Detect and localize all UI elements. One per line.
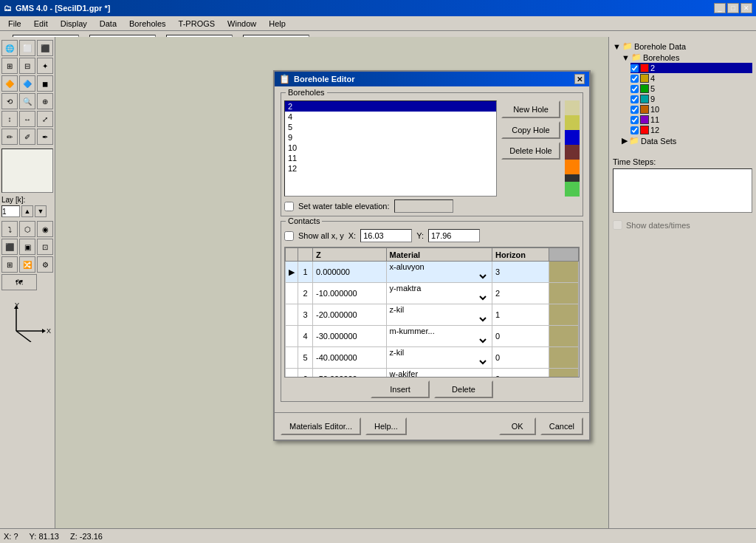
y-coord-input[interactable] [428, 229, 480, 242]
new-hole-button[interactable]: New Hole [501, 100, 560, 118]
row-material-5[interactable]: z-kil [386, 347, 492, 369]
tool-btn-26[interactable]: 🔀 [19, 256, 35, 273]
table-row[interactable]: ▶ 1 0.000000 x-aluvyon 3 [286, 262, 579, 283]
tool-btn-16[interactable]: ✏ [1, 129, 18, 145]
row-material-1[interactable]: x-aluvyon [386, 262, 492, 283]
tree-borehole-11[interactable]: 11 [630, 115, 752, 125]
tool-btn-23[interactable]: ▣ [19, 239, 35, 255]
borehole-item-12[interactable]: 12 [285, 163, 496, 174]
menu-display[interactable]: Display [56, 18, 92, 29]
materials-editor-button[interactable]: Materials Editor... [281, 417, 361, 435]
cancel-button[interactable]: Cancel [540, 417, 583, 435]
table-row[interactable]: 6 -50.000000 w-akifer 0 [286, 369, 579, 378]
tool-btn-3[interactable]: ⬛ [37, 40, 53, 56]
tree-borehole-4[interactable]: 4 [630, 73, 752, 83]
tool-btn-12[interactable]: ⊕ [37, 93, 53, 109]
help-button[interactable]: Help... [365, 417, 407, 435]
tool-btn-27[interactable]: ⚙ [37, 256, 53, 273]
lay-up-btn[interactable]: ▲ [21, 205, 33, 217]
borehole-11-checkbox[interactable] [630, 116, 639, 124]
tool-btn-2[interactable]: ⬜ [19, 40, 35, 56]
delete-hole-button[interactable]: Delete Hole [501, 142, 560, 160]
borehole-item-5[interactable]: 5 [285, 122, 496, 132]
tool-btn-20[interactable]: ⬡ [19, 221, 35, 237]
row-horizon-2[interactable]: 2 [492, 283, 549, 304]
row-z-5[interactable]: -40.000000 [313, 347, 387, 369]
tree-boreholes[interactable]: ▼ 📁 Boreholes [622, 52, 752, 63]
tool-btn-22[interactable]: ⬛ [1, 239, 18, 255]
tool-btn-14[interactable]: ↔ [19, 111, 35, 127]
table-row[interactable]: 3 -20.000000 z-kil 1 [286, 304, 579, 326]
row-horizon-4[interactable]: 0 [492, 326, 549, 347]
tree-borehole-10[interactable]: 10 [630, 104, 752, 115]
menu-help[interactable]: Help [264, 18, 290, 29]
borehole-item-2[interactable]: 2 [285, 101, 496, 112]
water-table-checkbox[interactable] [284, 202, 294, 211]
ok-button[interactable]: OK [499, 417, 536, 435]
tree-data-sets[interactable]: ▶ 📁 Data Sets [622, 135, 752, 146]
tool-btn-15[interactable]: ⤢ [37, 111, 53, 127]
lay-input[interactable] [1, 205, 20, 217]
tree-borehole-9[interactable]: 9 [630, 94, 752, 104]
material-select-4[interactable] [390, 335, 489, 346]
tree-borehole-12[interactable]: 12 [630, 125, 752, 135]
minimize-button[interactable]: _ [714, 3, 726, 13]
menu-tprogs[interactable]: T-PROGS [174, 18, 220, 29]
lay-down-btn[interactable]: ▼ [35, 205, 47, 217]
row-z-2[interactable]: -10.000000 [313, 283, 387, 304]
row-horizon-6[interactable]: 0 [492, 369, 549, 378]
row-z-4[interactable]: -30.000000 [313, 326, 387, 347]
menu-window[interactable]: Window [223, 18, 261, 29]
material-select-5[interactable] [390, 357, 489, 367]
insert-button[interactable]: Insert [371, 380, 430, 398]
borehole-item-10[interactable]: 10 [285, 143, 496, 153]
tool-btn-4[interactable]: ⊞ [1, 58, 18, 74]
tool-btn-17[interactable]: ✐ [19, 129, 35, 145]
title-bar-buttons[interactable]: _ □ ✕ [714, 3, 752, 13]
tool-btn-28[interactable]: 🗺 [1, 274, 37, 290]
dialog-close-button[interactable]: ✕ [574, 74, 585, 84]
borehole-item-4[interactable]: 4 [285, 112, 496, 122]
table-row[interactable]: 5 -40.000000 z-kil 0 [286, 347, 579, 369]
tool-btn-13[interactable]: ↕ [1, 111, 18, 127]
borehole-item-11[interactable]: 11 [285, 153, 496, 163]
tool-btn-6[interactable]: ✦ [37, 58, 53, 74]
tool-btn-24[interactable]: ⊡ [37, 239, 53, 255]
row-horizon-5[interactable]: 0 [492, 347, 549, 369]
row-z-3[interactable]: -20.000000 [313, 304, 387, 326]
borehole-item-9[interactable]: 9 [285, 132, 496, 143]
dialog-title-bar[interactable]: 📋 Borehole Editor ✕ [275, 72, 589, 86]
tool-btn-19[interactable]: ⤵ [1, 221, 18, 237]
material-select-3[interactable] [390, 314, 489, 324]
borehole-10-checkbox[interactable] [630, 106, 639, 114]
row-material-3[interactable]: z-kil [386, 304, 492, 326]
tool-btn-10[interactable]: ⟲ [1, 93, 18, 109]
contacts-table-scroll[interactable]: Z Material Horizon ▶ 1 0.000000 [285, 247, 579, 377]
borehole-2-checkbox[interactable] [630, 64, 639, 72]
close-button[interactable]: ✕ [740, 3, 752, 13]
water-table-input[interactable]: 0.0 [394, 199, 453, 213]
tool-btn-1[interactable]: 🌐 [1, 40, 18, 56]
show-all-checkbox[interactable] [284, 231, 294, 241]
row-horizon-1[interactable]: 3 [492, 262, 549, 283]
tool-btn-7[interactable]: 🔶 [1, 75, 18, 92]
tool-btn-5[interactable]: ⊟ [19, 58, 35, 74]
material-select-2[interactable] [390, 293, 489, 303]
row-z-1[interactable]: 0.000000 [313, 262, 387, 283]
copy-hole-button[interactable]: Copy Hole [501, 121, 560, 139]
tree-borehole-data[interactable]: ▼ 📁 Borehole Data [613, 41, 752, 52]
tool-btn-25[interactable]: ⊞ [1, 256, 18, 273]
tool-btn-8[interactable]: 🔷 [19, 75, 35, 92]
tool-btn-11[interactable]: 🔍 [19, 93, 35, 109]
tree-borehole-5[interactable]: 5 [630, 83, 752, 94]
table-row[interactable]: 4 -30.000000 m-kummer... 0 [286, 326, 579, 347]
tool-btn-9[interactable]: ◼ [37, 75, 53, 92]
row-horizon-3[interactable]: 1 [492, 304, 549, 326]
tool-btn-21[interactable]: ◉ [37, 221, 53, 237]
borehole-9-checkbox[interactable] [630, 95, 639, 103]
material-select-1[interactable] [390, 271, 489, 281]
borehole-5-checkbox[interactable] [630, 85, 639, 93]
row-z-6[interactable]: -50.000000 [313, 369, 387, 378]
menu-edit[interactable]: Edit [30, 18, 52, 29]
menu-file[interactable]: File [4, 18, 26, 29]
